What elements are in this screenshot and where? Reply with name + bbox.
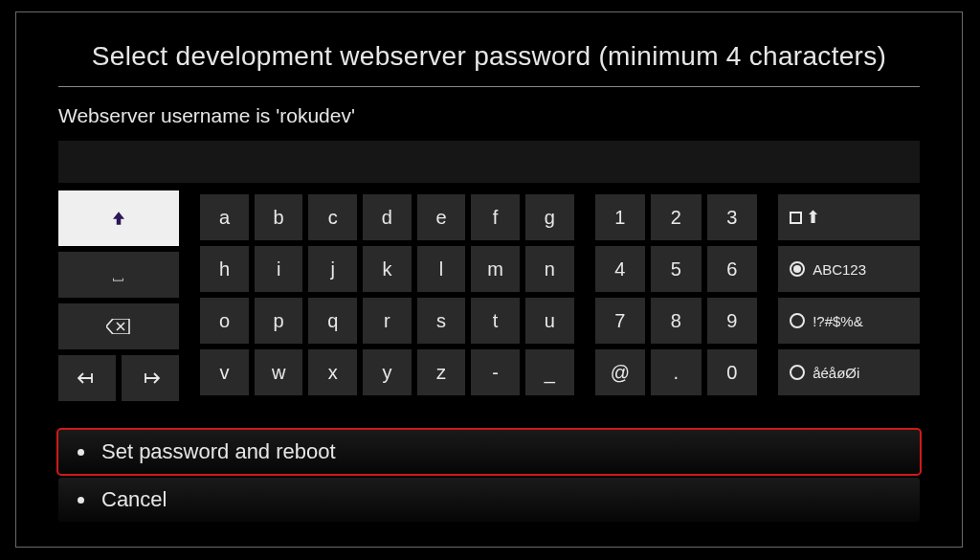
key-d[interactable]: d: [363, 194, 412, 240]
dialog-frame: Select development webserver password (m…: [15, 11, 963, 548]
key-w[interactable]: w: [255, 349, 303, 395]
key-a[interactable]: a: [200, 194, 249, 240]
abc-mode-key[interactable]: ABC123: [778, 246, 920, 292]
key-e[interactable]: e: [417, 194, 466, 240]
key-c[interactable]: c: [308, 194, 357, 240]
caps-mode-key[interactable]: ⬆: [778, 194, 920, 240]
nav-keys: ⎵: [58, 194, 179, 401]
key-u[interactable]: u: [525, 298, 574, 344]
key-7[interactable]: 7: [595, 298, 646, 344]
key-0[interactable]: 0: [707, 349, 758, 395]
key-p[interactable]: p: [255, 298, 303, 344]
space-key[interactable]: ⎵: [58, 252, 179, 298]
cursor-right-icon: [140, 371, 161, 385]
number-keys: 1 2 3 4 5 6 7 8 9 @ . 0: [595, 194, 758, 401]
key-3[interactable]: 3: [707, 194, 758, 240]
key-1[interactable]: 1: [595, 194, 646, 240]
dialog-title: Select development webserver password (m…: [58, 34, 920, 82]
key-b[interactable]: b: [255, 194, 303, 240]
letter-keys: a b c d e f g h i j k l m n o p q r s t …: [200, 194, 573, 401]
username-label: Webserver username is 'rokudev': [58, 104, 920, 127]
radio-on-icon: [790, 261, 805, 277]
divider: [58, 86, 920, 87]
key-2[interactable]: 2: [651, 194, 702, 240]
key-period[interactable]: .: [651, 349, 702, 395]
key-r[interactable]: r: [363, 298, 412, 344]
key-9[interactable]: 9: [707, 298, 758, 344]
backspace-key[interactable]: [58, 303, 179, 349]
key-x[interactable]: x: [308, 349, 357, 395]
key-k[interactable]: k: [363, 246, 412, 292]
intl-mode-key[interactable]: åéåøØi: [778, 349, 920, 395]
key-6[interactable]: 6: [707, 246, 758, 292]
cancel-button[interactable]: Cancel: [58, 478, 920, 522]
bullet-icon: [78, 497, 84, 504]
key-h[interactable]: h: [200, 246, 249, 292]
key-at[interactable]: @: [595, 349, 646, 395]
key-t[interactable]: t: [471, 298, 520, 344]
backspace-icon: [106, 319, 131, 334]
intl-mode-label: åéåøØi: [813, 365, 859, 381]
password-input[interactable]: [58, 141, 920, 183]
key-5[interactable]: 5: [651, 246, 702, 292]
caps-icon: ⬆: [790, 207, 820, 228]
cursor-right-key[interactable]: [122, 355, 179, 401]
key-underscore[interactable]: _: [525, 349, 574, 395]
cancel-label: Cancel: [101, 487, 167, 512]
key-z[interactable]: z: [417, 349, 466, 395]
key-dash[interactable]: -: [471, 349, 520, 395]
bullet-icon: [78, 449, 84, 456]
action-options: Set password and reboot Cancel: [58, 430, 920, 522]
radio-off-icon: [790, 365, 805, 380]
key-o[interactable]: o: [200, 298, 249, 344]
key-y[interactable]: y: [363, 349, 412, 395]
set-password-label: Set password and reboot: [101, 439, 336, 464]
key-m[interactable]: m: [471, 246, 520, 292]
arrow-up-icon: [110, 210, 127, 227]
shift-key[interactable]: [58, 190, 179, 246]
key-j[interactable]: j: [308, 246, 357, 292]
key-n[interactable]: n: [525, 246, 574, 292]
key-q[interactable]: q: [308, 298, 357, 344]
mode-keys: ⬆ ABC123 !?#$%& åéåøØi: [778, 194, 920, 401]
key-v[interactable]: v: [200, 349, 249, 395]
key-f[interactable]: f: [471, 194, 520, 240]
key-s[interactable]: s: [417, 298, 466, 344]
cursor-left-icon: [77, 371, 98, 385]
abc-mode-label: ABC123: [813, 261, 866, 278]
symbol-mode-label: !?#$%&: [813, 313, 863, 329]
keyboard: ⎵ a b: [58, 194, 920, 401]
key-i[interactable]: i: [255, 246, 303, 292]
symbol-mode-key[interactable]: !?#$%&: [778, 298, 920, 344]
set-password-button[interactable]: Set password and reboot: [58, 430, 920, 474]
cursor-left-key[interactable]: [58, 355, 116, 401]
key-8[interactable]: 8: [651, 298, 702, 344]
radio-off-icon: [790, 313, 805, 328]
key-g[interactable]: g: [525, 194, 574, 240]
key-l[interactable]: l: [417, 246, 466, 292]
key-4[interactable]: 4: [595, 246, 646, 292]
